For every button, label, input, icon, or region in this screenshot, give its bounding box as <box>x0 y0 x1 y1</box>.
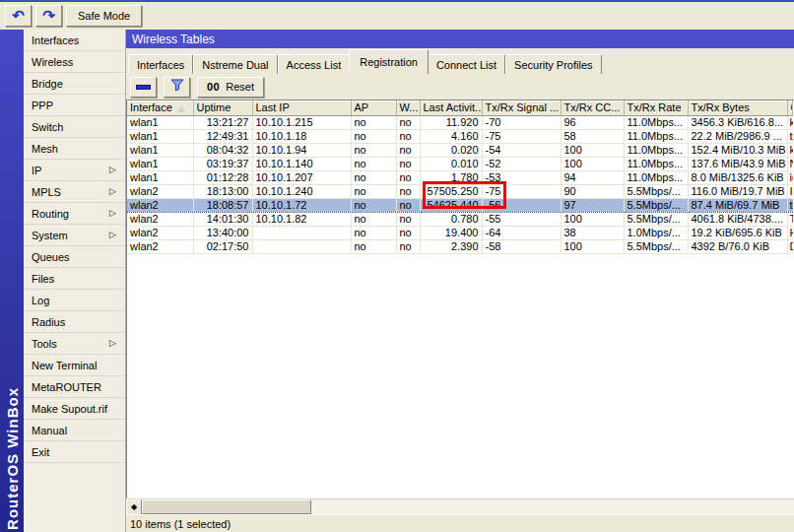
column-header[interactable]: AP <box>351 100 396 115</box>
cell-extra[interactable]: Il <box>787 184 793 198</box>
undo-button[interactable]: ↶ <box>5 5 32 27</box>
cell-last-ip[interactable]: 10.10.1.72 <box>252 198 351 212</box>
filter-button[interactable] <box>164 77 190 98</box>
cell-rate[interactable]: 1.0Mbps/... <box>624 226 688 239</box>
sidebar-item[interactable]: PPP ▷ <box>24 95 125 116</box>
cell-ap[interactable]: no <box>351 143 396 157</box>
sidebar-item[interactable]: MetaROUTER ▷ <box>24 376 125 398</box>
cell-ap[interactable]: no <box>351 198 396 212</box>
column-header[interactable]: Last IP <box>252 100 351 115</box>
tab[interactable]: Registration <box>349 49 429 74</box>
cell-rate[interactable]: 11.0Mbps... <box>624 143 688 157</box>
cell-last-activity[interactable]: 57505.250 <box>420 184 482 198</box>
tab[interactable]: Connect List <box>428 54 505 74</box>
safe-mode-button[interactable]: Safe Mode <box>66 5 142 27</box>
cell-rate[interactable]: 11.0Mbps... <box>624 129 688 143</box>
cell-last-activity[interactable]: 0.010 <box>420 157 482 170</box>
cell-signal[interactable]: -70 <box>482 115 561 129</box>
cell-bytes[interactable]: 8.0 MiB/1325.6 KiB <box>688 170 787 184</box>
cell-last-activity[interactable]: 2.390 <box>420 239 482 253</box>
cell-extra[interactable]: N <box>787 157 793 170</box>
column-header[interactable]: Last Activit... <box>420 100 482 115</box>
cell-uptime[interactable]: 08:04:32 <box>193 143 252 157</box>
cell-bytes[interactable]: 137.6 MiB/43.9 MiB <box>688 157 787 170</box>
cell-interface[interactable]: wlan1 <box>127 115 193 129</box>
cell-last-activity[interactable]: 0.780 <box>420 212 482 226</box>
cell-interface[interactable]: wlan2 <box>127 184 193 198</box>
sidebar-item[interactable]: New Terminal ▷ <box>24 355 125 376</box>
table-row[interactable]: wlan2 13:40:00 no no 19.400 -64 38 1.0Mb… <box>127 226 793 239</box>
scrollbar-thumb[interactable] <box>142 499 311 514</box>
cell-signal[interactable]: -58 <box>482 239 561 253</box>
cell-last-activity[interactable]: 1.780 <box>420 170 482 184</box>
redo-button[interactable]: ↷ <box>35 5 62 27</box>
cell-wds[interactable]: no <box>396 143 420 157</box>
cell-signal[interactable]: -75 <box>482 184 561 198</box>
cell-extra[interactable]: k <box>787 115 793 129</box>
cell-bytes[interactable]: 116.0 MiB/19.7 MiB <box>688 184 787 198</box>
tab[interactable]: Access List <box>278 54 351 74</box>
cell-rate[interactable]: 5.5Mbps/... <box>624 212 688 226</box>
column-header[interactable]: Tx/Rx Signal ... <box>482 100 561 115</box>
cell-interface[interactable]: wlan1 <box>127 170 193 184</box>
column-header[interactable]: C <box>787 100 793 115</box>
cell-bytes[interactable]: 4392 B/76.0 KiB <box>688 239 787 253</box>
cell-rate[interactable]: 5.5Mbps/... <box>624 239 688 253</box>
sidebar-item[interactable]: Wireless ▷ <box>24 51 125 73</box>
sidebar-item[interactable]: Radius ▷ <box>24 311 125 333</box>
cell-bytes[interactable]: 3456.3 KiB/616.8... <box>688 115 787 129</box>
sidebar-item[interactable]: Bridge ▷ <box>24 73 125 95</box>
cell-extra[interactable]: T <box>787 212 793 226</box>
tab[interactable]: Nstreme Dual <box>193 54 277 74</box>
cell-last-ip[interactable]: 10.10.1.94 <box>252 143 351 157</box>
cell-uptime[interactable]: 12:49:31 <box>193 129 252 143</box>
cell-signal[interactable]: -64 <box>482 226 561 239</box>
cell-extra[interactable]: D <box>787 239 793 253</box>
cell-last-ip[interactable]: 10.10.1.215 <box>252 115 351 129</box>
cell-rate[interactable]: 11.0Mbps... <box>624 157 688 170</box>
table-row[interactable]: wlan1 13:21:27 10.10.1.215 no no 11.920 … <box>127 115 793 129</box>
cell-ccq[interactable]: 100 <box>561 143 624 157</box>
cell-rate[interactable]: 11.0Mbps... <box>624 170 688 184</box>
cell-signal[interactable]: -56 <box>482 198 561 212</box>
cell-last-ip[interactable]: 10.10.1.140 <box>252 157 351 170</box>
cell-last-activity[interactable]: 0.020 <box>420 143 482 157</box>
cell-ccq[interactable]: 100 <box>561 157 624 170</box>
cell-interface[interactable]: wlan1 <box>127 157 193 170</box>
column-header[interactable]: Uptime <box>193 100 252 115</box>
cell-last-ip[interactable] <box>252 226 351 239</box>
cell-wds[interactable]: no <box>396 198 420 212</box>
tab[interactable]: Interfaces <box>128 54 193 74</box>
cell-interface[interactable]: wlan1 <box>127 129 193 143</box>
column-header[interactable]: Interface <box>127 100 193 115</box>
cell-extra[interactable]: H <box>787 226 793 239</box>
sidebar-item[interactable]: Make Supout.rif ▷ <box>24 398 125 420</box>
column-header[interactable]: Tx/Rx Rate <box>624 100 688 115</box>
cell-extra[interactable]: te <box>787 129 793 143</box>
cell-last-activity[interactable]: 54625.440 <box>420 198 482 212</box>
cell-last-activity[interactable]: 4.160 <box>420 129 482 143</box>
cell-ccq[interactable]: 97 <box>561 198 624 212</box>
cell-interface[interactable]: wlan1 <box>127 143 193 157</box>
scrollbar-track[interactable] <box>311 499 794 514</box>
sidebar-item[interactable]: Queues ▷ <box>24 246 125 268</box>
cell-uptime[interactable]: 02:17:50 <box>193 239 252 253</box>
cell-ccq[interactable]: 96 <box>561 115 624 129</box>
table-row[interactable]: wlan1 12:49:31 10.10.1.18 no no 4.160 -7… <box>127 129 793 143</box>
cell-ap[interactable]: no <box>351 115 396 129</box>
sidebar-item[interactable]: Exit ▷ <box>24 441 125 463</box>
cell-extra[interactable]: te <box>787 198 793 212</box>
cell-last-ip[interactable]: 10.10.1.207 <box>252 170 351 184</box>
sidebar-item[interactable]: Log ▷ <box>24 290 125 311</box>
cell-rate[interactable]: 5.5Mbps/... <box>624 184 688 198</box>
cell-wds[interactable]: no <box>396 212 420 226</box>
cell-uptime[interactable]: 18:08:57 <box>193 198 252 212</box>
cell-ap[interactable]: no <box>351 226 396 239</box>
cell-uptime[interactable]: 03:19:37 <box>193 157 252 170</box>
table-row[interactable]: wlan2 02:17:50 no no 2.390 -58 100 5.5Mb… <box>127 239 793 253</box>
cell-wds[interactable]: no <box>396 129 420 143</box>
cell-rate[interactable]: 11.0Mbps... <box>624 115 688 129</box>
cell-bytes[interactable]: 152.4 MiB/10.3 MiB <box>688 143 787 157</box>
cell-ccq[interactable]: 38 <box>561 226 624 239</box>
sidebar-item[interactable]: Mesh ▷ <box>24 138 125 160</box>
